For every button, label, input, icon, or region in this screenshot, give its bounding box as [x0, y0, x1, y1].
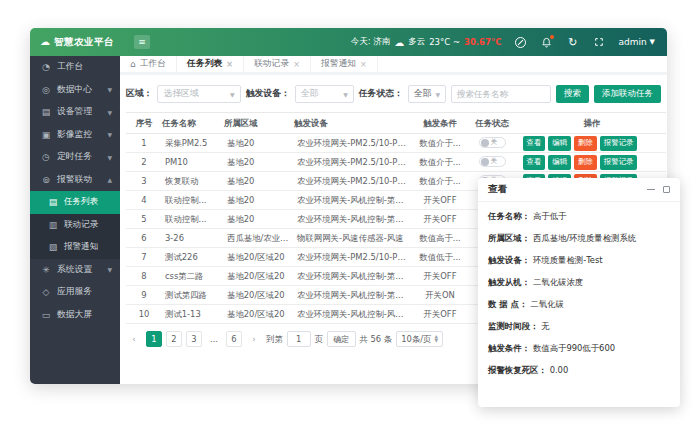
sidebar-item-10[interactable]: ◇应用服务 [30, 281, 120, 304]
search-input[interactable] [451, 85, 551, 103]
row-action-1-button[interactable]: 编辑 [548, 155, 571, 170]
sidebar-item-0[interactable]: ◔工作台 [30, 56, 120, 79]
device-manage-icon: ▤ [41, 107, 51, 117]
cell-region: 西瓜基地/农业环... [224, 229, 294, 248]
row-action-2-button[interactable]: 删除 [574, 155, 597, 170]
sidebar-item-2[interactable]: ▤设备管理▼ [30, 101, 120, 124]
sidebar-item-label: 报警通知 [64, 241, 98, 253]
cell-no: 4 [126, 191, 162, 210]
cell-name: 测试1-13 [162, 305, 224, 324]
minimize-icon[interactable] [647, 189, 655, 191]
status-filter-label: 任务状态： [359, 88, 403, 100]
cell-no: 8 [126, 267, 162, 286]
tab-0[interactable]: ⌂工作台 [120, 56, 177, 72]
weather-desc: 多云 [408, 36, 425, 48]
column-header-5: 任务状态 [466, 113, 518, 134]
page-number-6[interactable]: 6 [226, 331, 242, 347]
row-action-3-button[interactable]: 报警记录 [600, 155, 638, 170]
chevron-down-icon: ▼ [107, 86, 112, 93]
dialog-field-7: 报警恢复死区：0.00 [488, 365, 670, 376]
clock-icon: ◷ [41, 152, 51, 162]
cell-condition: 数值介于... [414, 153, 466, 172]
field-value: 数值高于990低于600 [533, 343, 615, 354]
chevron-down-icon: ▼ [107, 154, 112, 161]
fullscreen-icon[interactable] [592, 36, 605, 49]
sidebar-item-label: 联动记录 [64, 219, 98, 231]
cell-device: 农业环境网关-PM2.5/10-PM10- [294, 153, 414, 172]
field-label: 触发条件： [488, 343, 530, 354]
cell-device: 农业环境网关-PM2.5/10-PM2.5 [294, 134, 414, 153]
guide-icon[interactable] [514, 36, 527, 49]
page-number-3[interactable]: 3 [186, 331, 202, 347]
sidebar-item-3[interactable]: ▣影像监控▼ [30, 124, 120, 147]
row-action-3-button[interactable]: 报警记录 [600, 136, 638, 151]
field-value: 环境质量检测-Test [533, 255, 603, 266]
dialog-title: 查看 [488, 183, 507, 196]
row-action-1-button[interactable]: 编辑 [548, 136, 571, 151]
goto-confirm-button[interactable]: 确定 [327, 331, 355, 347]
top-bar: ☁ 智慧农业平台 ≡ 今天: 济南 ☁ 多云 23°C ~ 30.67°C [30, 28, 667, 56]
cell-name: 采集PM2.5 [162, 134, 224, 153]
cell-condition: 开关OFF [414, 210, 466, 229]
region-select[interactable]: 选择区域▼ [157, 85, 240, 103]
sidebar: ◔工作台◎数据中心▼▤设备管理▼▣影像监控▼◷定时任务▼⊚报警联动▲▤任务列表▥… [30, 56, 120, 384]
sidebar-item-7[interactable]: ▥联动记录 [30, 214, 120, 237]
username: admin [618, 37, 646, 47]
sidebar-item-9[interactable]: ✳系统设置▼ [30, 259, 120, 282]
big-screen-icon: ▭ [41, 310, 51, 320]
close-icon[interactable]: × [226, 60, 233, 69]
chevron-down-icon: ▼ [650, 38, 655, 46]
cell-region: 基地20/区域20 [224, 267, 294, 286]
sidebar-item-11[interactable]: ▭数据大屏 [30, 304, 120, 327]
cloud-logo-icon: ☁ [40, 37, 50, 47]
linkage-record-icon: ▥ [48, 220, 58, 230]
sidebar-item-label: 报警联动 [57, 174, 92, 186]
status-select[interactable]: 全部▼ [408, 85, 446, 103]
add-linkage-task-button[interactable]: 添加联动任务 [594, 85, 661, 103]
device-filter-label: 触发设备： [246, 88, 290, 100]
row-action-2-button[interactable]: 删除 [574, 136, 597, 151]
bell-icon[interactable] [540, 36, 553, 49]
page-size-select[interactable]: 10条/页 ▲▼ [396, 331, 443, 347]
cell-region: 基地20/区域20 [224, 305, 294, 324]
close-icon[interactable]: × [360, 60, 367, 69]
goto-page-input[interactable] [287, 331, 311, 347]
cell-region: 基地20 [224, 210, 294, 229]
next-page-icon[interactable]: › [246, 331, 262, 347]
field-value: 高于低于 [533, 211, 567, 222]
cell-no: 3 [126, 172, 162, 191]
cell-actions: 查看编辑删除报警记录联动记录 [518, 134, 666, 153]
cell-region: 基地20/区域20 [224, 286, 294, 305]
field-value: 二氧化碳浓度 [533, 277, 583, 288]
row-action-0-button[interactable]: 查看 [523, 155, 546, 170]
field-value: 西瓜基地/环境质量检测系统 [533, 233, 636, 244]
row-action-0-button[interactable]: 查看 [523, 136, 546, 151]
dialog-field-5: 监测时间段：无 [488, 321, 670, 332]
cell-name: 测试第四路 [162, 286, 224, 305]
sidebar-item-4[interactable]: ◷定时任务▼ [30, 146, 120, 169]
user-menu[interactable]: admin ▼ [618, 37, 655, 47]
page-number-2[interactable]: 2 [166, 331, 182, 347]
maximize-icon[interactable] [663, 186, 670, 193]
top-bar-right: 今天: 济南 ☁ 多云 23°C ~ 30.67°C ↻ [351, 36, 667, 49]
page-number-1[interactable]: 1 [146, 331, 162, 347]
refresh-icon[interactable]: ↻ [566, 36, 579, 49]
status-toggle[interactable]: 关 [479, 137, 506, 148]
dialog-field-0: 任务名称：高于低于 [488, 211, 670, 222]
tab-3[interactable]: 报警通知× [311, 56, 378, 72]
tab-1[interactable]: 任务列表× [177, 56, 244, 72]
sidebar-item-5[interactable]: ⊚报警联动▲ [30, 169, 120, 192]
home-icon: ⌂ [130, 59, 136, 69]
view-dialog: 查看 任务名称：高于低于所属区域：西瓜基地/环境质量检测系统触发设备：环境质量检… [478, 178, 680, 407]
status-toggle[interactable]: 关 [479, 156, 506, 167]
sidebar-item-1[interactable]: ◎数据中心▼ [30, 79, 120, 102]
search-button[interactable]: 搜索 [556, 85, 589, 103]
tab-2[interactable]: 联动记录× [244, 56, 311, 72]
sidebar-item-6[interactable]: ▤任务列表 [30, 191, 120, 214]
table-row: 1采集PM2.5基地20农业环境网关-PM2.5/10-PM2.5数值介于...… [126, 134, 666, 153]
device-select[interactable]: 全部▼ [295, 85, 354, 103]
prev-page-icon[interactable]: ‹ [126, 331, 142, 347]
sidebar-collapse-button[interactable]: ≡ [134, 35, 150, 49]
sidebar-item-8[interactable]: ▧报警通知 [30, 236, 120, 259]
close-icon[interactable]: × [293, 60, 300, 69]
